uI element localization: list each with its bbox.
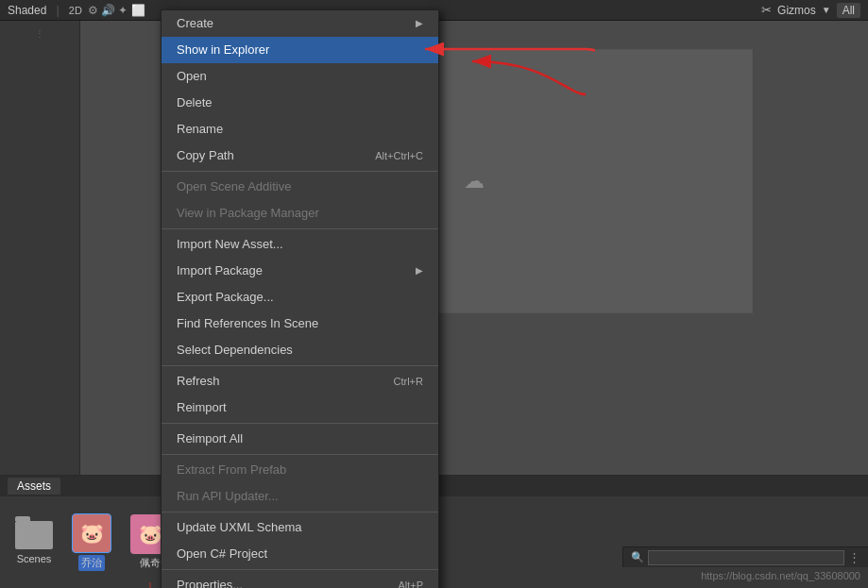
pig-label-1: 乔治 xyxy=(78,555,105,571)
refresh-shortcut: Ctrl+R xyxy=(394,371,423,392)
gizmos-label[interactable]: Gizmos xyxy=(777,4,816,17)
folder-icon xyxy=(15,521,53,549)
menu-item-refresh[interactable]: Refresh Ctrl+R xyxy=(162,368,438,395)
tab-assets[interactable]: Assets xyxy=(8,478,60,495)
menu-label-view-package-manager: View in Package Manager xyxy=(177,203,319,224)
create-arrow-icon: ▶ xyxy=(416,13,423,34)
menu-label-export-package: Export Package... xyxy=(177,287,274,308)
menu-label-reimport: Reimport xyxy=(177,397,227,418)
copy-path-shortcut: Alt+Ctrl+C xyxy=(375,145,423,166)
menu-item-copy-path[interactable]: Copy Path Alt+Ctrl+C xyxy=(162,143,438,169)
menu-label-create: Create xyxy=(177,13,416,34)
menu-label-find-references: Find References In Scene xyxy=(177,313,318,334)
separator-1 xyxy=(162,171,438,172)
menu-label-show-explorer: Show in Explorer xyxy=(177,40,423,60)
context-menu: Create ▶ Show in Explorer Open Delete Re… xyxy=(161,9,439,588)
toolbar-separator: | xyxy=(56,3,59,17)
menu-label-properties: Properties... xyxy=(177,575,243,588)
menu-item-update-uxml[interactable]: Update UXML Schema xyxy=(162,514,438,541)
menu-item-rename[interactable]: Rename xyxy=(162,116,438,143)
menu-label-open-csharp: Open C# Project xyxy=(177,544,267,564)
menu-item-open-csharp[interactable]: Open C# Project xyxy=(162,541,438,567)
menu-label-open: Open xyxy=(177,66,207,87)
menu-item-select-dependencies[interactable]: Select Dependencies xyxy=(162,337,438,363)
menu-label-run-api-updater: Run API Updater... xyxy=(177,486,279,507)
menu-label-rename: Rename xyxy=(177,119,223,140)
menu-label-extract-prefab: Extract From Prefab xyxy=(177,460,286,480)
separator-7 xyxy=(162,569,438,570)
import-package-arrow: ▶ xyxy=(416,260,423,281)
menu-label-import-package: Import Package xyxy=(177,260,263,281)
cloud-icon: ☁ xyxy=(464,169,485,193)
menu-item-extract-prefab: Extract From Prefab xyxy=(162,457,438,483)
menu-item-export-package[interactable]: Export Package... xyxy=(162,284,438,311)
menu-label-refresh: Refresh xyxy=(177,371,220,392)
menu-item-view-package-manager: View in Package Manager xyxy=(162,200,438,227)
menu-item-create[interactable]: Create ▶ xyxy=(162,10,438,37)
menu-item-open-scene-additive: Open Scene Additive xyxy=(162,174,438,200)
toolbar-icons: ⚙ 🔊 ✦ ⬜ xyxy=(88,4,145,17)
menu-item-properties[interactable]: Properties... Alt+P xyxy=(162,572,438,588)
menu-label-delete: Delete xyxy=(177,92,213,113)
url-text: https://blog.csdn.net/qq_33608000 xyxy=(701,570,860,581)
menu-item-import-package[interactable]: Import Package ▶ xyxy=(162,258,438,284)
search-settings-icon[interactable]: ⋮ xyxy=(848,550,860,564)
menu-item-reimport-all[interactable]: Reimport All xyxy=(162,426,438,452)
menu-label-reimport-all: Reimport All xyxy=(177,428,243,449)
menu-label-update-uxml: Update UXML Schema xyxy=(177,517,301,538)
menu-item-import-new-asset[interactable]: Import New Asset... xyxy=(162,231,438,258)
separator-3 xyxy=(162,365,438,366)
toolbar-2d[interactable]: 2D xyxy=(69,5,82,16)
scene-label: Shaded xyxy=(8,4,46,17)
search-icon: 🔍 xyxy=(631,551,644,563)
all-label[interactable]: All xyxy=(837,3,860,18)
url-bar: https://blog.csdn.net/qq_33608000 xyxy=(701,568,860,582)
separator-5 xyxy=(162,454,438,455)
menu-label-select-dependencies: Select Dependencies xyxy=(177,340,293,361)
left-sidebar: ⋮ xyxy=(0,21,80,475)
pig-label-2: 佩奇 xyxy=(140,556,161,570)
properties-shortcut: Alt+P xyxy=(398,575,423,588)
menu-label-copy-path: Copy Path xyxy=(177,145,234,166)
menu-item-reimport[interactable]: Reimport xyxy=(162,395,438,421)
asset-qiaozhi[interactable]: 🐷 乔治 xyxy=(72,513,111,571)
scenes-label: Scenes xyxy=(17,553,52,564)
menu-item-show-explorer[interactable]: Show in Explorer xyxy=(162,37,438,63)
menu-label-import-new-asset: Import New Asset... xyxy=(177,234,283,255)
pig-avatar-1: 🐷 xyxy=(72,513,111,553)
menu-item-delete[interactable]: Delete xyxy=(162,90,438,116)
menu-item-find-references[interactable]: Find References In Scene xyxy=(162,311,438,337)
menu-label-open-scene-additive: Open Scene Additive xyxy=(177,176,291,197)
separator-6 xyxy=(162,512,438,512)
red-arrow-down: ↓ xyxy=(146,577,155,588)
bottom-search-area: 🔍 ⋮ xyxy=(622,546,868,567)
gizmos-icon: ✂ xyxy=(761,3,772,17)
menu-item-open[interactable]: Open xyxy=(162,63,438,90)
asset-scenes[interactable]: Scenes xyxy=(15,521,53,564)
gizmos-area: ✂ Gizmos ▼ All xyxy=(761,3,860,18)
menu-item-run-api-updater: Run API Updater... xyxy=(162,483,438,510)
app-container: Shaded | 2D ⚙ 🔊 ✦ ⬜ ✂ Gizmos ▼ All ☁ ⋮ C… xyxy=(0,0,868,588)
sidebar-dots: ⋮ xyxy=(35,28,44,39)
search-input[interactable] xyxy=(648,550,844,565)
separator-4 xyxy=(162,423,438,424)
gizmos-dropdown[interactable]: ▼ xyxy=(822,5,831,15)
separator-2 xyxy=(162,228,438,229)
